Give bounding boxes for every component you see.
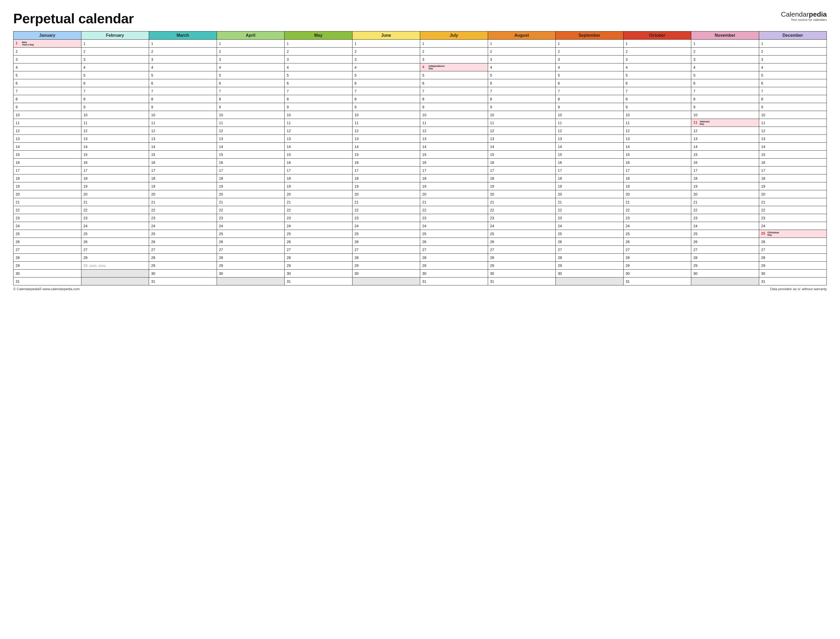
month-header-january: January — [13, 32, 81, 40]
day-cell: 30 — [420, 270, 488, 278]
day-cell: 1 — [556, 40, 624, 48]
day-cell: 5 — [13, 72, 81, 79]
day-cell: 6 — [149, 79, 217, 87]
day-cell: 28 — [623, 254, 691, 262]
day-cell: 9 — [759, 103, 827, 111]
day-cell: 18 — [759, 175, 827, 182]
day-cell: 25 — [623, 230, 691, 238]
footer-right: Data provided 'as is' without warranty — [770, 287, 827, 291]
day-row: 141414141414141414141414 — [13, 143, 827, 151]
day-cell: 4 — [217, 64, 284, 72]
day-cell: 16 — [556, 159, 624, 167]
day-cell: 23 — [488, 214, 556, 222]
day-cell — [352, 278, 420, 285]
month-header-july: July — [420, 32, 488, 40]
day-cell: 10 — [420, 111, 488, 119]
day-cell: 8 — [488, 95, 556, 103]
day-cell: 14 — [352, 143, 420, 151]
day-cell: 27 — [420, 246, 488, 254]
day-cell: 14 — [284, 143, 353, 151]
day-cell: 28 — [284, 254, 353, 262]
day-cell: 7 — [420, 87, 488, 95]
month-header-october: October — [623, 32, 691, 40]
day-cell: 5 — [217, 72, 284, 79]
day-cell: 21 — [556, 198, 624, 206]
day-cell: 24 — [556, 222, 624, 230]
day-cell: 27 — [13, 246, 81, 254]
day-cell: 17 — [217, 167, 284, 175]
day-cell: 20 — [759, 190, 827, 198]
day-row: 3030303030303030303030 — [13, 270, 827, 278]
day-cell: 17 — [759, 167, 827, 175]
day-row: 202020202020202020202020 — [13, 190, 827, 198]
day-cell: 26 — [759, 238, 827, 246]
day-cell: 13 — [420, 135, 488, 143]
brand-tagline: Your source for calendars — [781, 18, 827, 22]
day-cell: 27 — [488, 246, 556, 254]
day-cell: 22 — [488, 206, 556, 214]
day-cell: 11 — [149, 119, 217, 127]
day-cell: 30 — [623, 270, 691, 278]
day-cell: 3 — [149, 56, 217, 64]
day-cell: 14 — [488, 143, 556, 151]
day-cell: 7 — [13, 87, 81, 95]
day-cell: 26 — [556, 238, 624, 246]
day-cell: 31 — [284, 278, 353, 285]
day-cell: 24 — [420, 222, 488, 230]
day-row: 101010101010101010101010 — [13, 111, 827, 119]
day-cell: 27 — [284, 246, 353, 254]
day-cell: 13 — [352, 135, 420, 143]
day-cell: 12 — [352, 127, 420, 135]
day-cell: 13 — [488, 135, 556, 143]
day-cell: 26 — [149, 238, 217, 246]
day-row: 2929(2020, 2024)29292929292929292929 — [13, 262, 827, 270]
day-cell: 28 — [13, 254, 81, 262]
day-cell: 2 — [284, 48, 353, 56]
day-cell: 7 — [149, 87, 217, 95]
day-cell: 24 — [13, 222, 81, 230]
day-cell: 1 — [420, 40, 488, 48]
day-cell: 15 — [217, 151, 284, 159]
day-cell: 3 — [217, 56, 284, 64]
day-cell: 19 — [488, 182, 556, 190]
day-cell: 31 — [623, 278, 691, 285]
day-cell: 16 — [217, 159, 284, 167]
day-cell: 3 — [488, 56, 556, 64]
day-cell: 8 — [420, 95, 488, 103]
day-cell: 11VeteransDay — [691, 119, 759, 127]
day-cell: 19 — [13, 182, 81, 190]
day-cell: 13 — [556, 135, 624, 143]
day-cell: 22 — [217, 206, 284, 214]
day-cell: 24 — [691, 222, 759, 230]
month-header-june: June — [352, 32, 420, 40]
day-cell: 5 — [488, 72, 556, 79]
day-cell: 7 — [217, 87, 284, 95]
day-cell: 9 — [13, 103, 81, 111]
day-cell: 27 — [352, 246, 420, 254]
day-cell: 10 — [13, 111, 81, 119]
day-cell: 8 — [149, 95, 217, 103]
day-cell: 20 — [149, 190, 217, 198]
day-cell: 19 — [759, 182, 827, 190]
day-cell: 29 — [13, 262, 81, 270]
day-cell: 12 — [556, 127, 624, 135]
day-cell: 2 — [691, 48, 759, 56]
day-cell: 5 — [352, 72, 420, 79]
day-cell: 12 — [691, 127, 759, 135]
day-cell: 18 — [149, 175, 217, 182]
day-cell: 11 — [759, 119, 827, 127]
day-cell: 28 — [488, 254, 556, 262]
day-cell: 1NewYear's Day — [13, 40, 81, 48]
day-cell: 1 — [352, 40, 420, 48]
day-cell: 30 — [284, 270, 353, 278]
day-cell: 7 — [691, 87, 759, 95]
day-cell: 23 — [352, 214, 420, 222]
day-cell: 12 — [488, 127, 556, 135]
day-cell: 14 — [420, 143, 488, 151]
day-cell: 30 — [488, 270, 556, 278]
day-cell: 15 — [420, 151, 488, 159]
day-cell: 13 — [81, 135, 149, 143]
day-cell: 29 — [488, 262, 556, 270]
day-cell: 2 — [759, 48, 827, 56]
day-row: 888888888888 — [13, 95, 827, 103]
